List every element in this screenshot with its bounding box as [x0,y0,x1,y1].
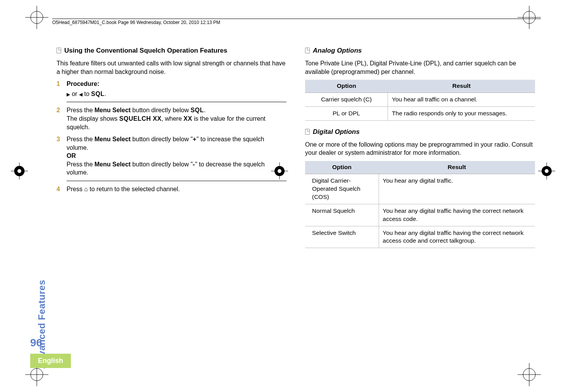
s2-text: Press the [67,107,94,113]
crop-mark-top-left [23,4,50,31]
digital-intro: One or more of the following options may… [305,140,535,157]
table-row: Selective Switch You hear any digital tr… [305,226,535,248]
option-cell: Normal Squelch [305,204,379,226]
s2-text2: button directly below [130,107,190,113]
procedure-label: Procedure: [67,80,99,87]
page-icon-2 [305,48,310,53]
analog-heading: Analog Options [313,46,362,55]
page-number: 96 [30,337,42,349]
registration-mark-right [538,163,555,180]
or-label: OR [67,152,76,159]
left-heading: Using the Conventional Squelch Operation… [64,46,227,55]
language-tab: English [30,354,71,368]
plus-token: + [193,136,197,142]
digital-options-table: Option Result Digital Carrier-Operated S… [305,161,535,248]
option-header: Option [305,161,379,174]
step-3-num: 3 [57,135,62,181]
option-header: Option [305,80,388,92]
or-word: or [70,91,79,97]
menu-select-bold: Menu Select [94,107,130,113]
s2-dot: . [204,107,206,113]
step-4-num: 4 [57,185,62,193]
option-cell: Selective Switch [305,226,379,248]
s3-l2a: Press the [67,161,94,168]
analog-intro: Tone Private Line (PL), Digital Private-… [305,59,535,76]
table-row: Normal Squelch You hear any digital traf… [305,204,535,226]
sql-token-2: SQL [190,107,204,113]
sql-token: SQL [91,91,104,97]
squelch-xx-token: SQUELCH XX [119,115,161,122]
running-header-text: O5Head_6875947M01_C.book Page 96 Wednesd… [52,20,220,25]
s3-l2b: button directly below " [130,161,192,168]
dot: . [105,91,106,97]
result-cell: You hear any digital traffic having the … [379,204,535,226]
s3-l1a: Press the [67,136,94,142]
left-column: Using the Conventional Squelch Operation… [57,46,286,369]
result-cell: The radio responds only to your messages… [388,106,535,120]
step-divider-2 [67,181,286,181]
left-intro: This feature filters out unwanted calls … [57,59,286,76]
s4-a: Press [67,186,84,192]
step-3: 3 Press the Menu Select button directly … [57,135,286,181]
result-cell: You hear all traffic on a channel. [388,93,535,107]
to-word: to [82,91,91,97]
result-cell: You hear any digital traffic. [379,174,535,204]
result-cell: You hear any digital traffic having the … [379,226,535,248]
right-triangle-icon: ▶ [67,92,70,97]
menu-select-bold-3: Menu Select [94,161,130,168]
menu-select-bold-2: Menu Select [94,136,130,142]
svg-point-20 [545,169,549,173]
left-triangle-icon: ◀ [79,92,82,97]
option-cell: Carrier squelch (C) [305,93,388,107]
step-1-num: 1 [57,80,62,102]
table-row: Digital Carrier-Operated Squelch (COS) Y… [305,174,535,204]
page-icon [57,48,61,53]
table-row: PL or DPL The radio responds only to you… [305,106,535,120]
step-divider [67,102,286,102]
step-4: 4 Press ⌂ to return to the selected chan… [57,185,286,193]
digital-heading: Digital Options [313,128,360,137]
step-2: 2 Press the Menu Select button directly … [57,106,286,131]
option-cell: Digital Carrier-Operated Squelch (COS) [305,174,379,204]
svg-point-16 [17,169,21,173]
page-icon-3 [305,129,310,135]
xx-token: XX [184,115,192,122]
table-row: Carrier squelch (C) You hear all traffic… [305,93,535,107]
s2-l2b: , where [161,115,184,122]
s2-l2a: The display shows [67,115,119,122]
option-cell: PL or DPL [305,106,388,120]
crop-mark-top-right [516,4,543,31]
step-2-num: 2 [57,106,62,131]
s3-l1b: button directly below " [130,136,192,142]
result-header: Result [379,161,535,174]
right-column: Analog Options Tone Private Line (PL), D… [305,46,535,369]
home-icon: ⌂ [84,186,88,192]
analog-options-table: Option Result Carrier squelch (C) You he… [305,80,535,121]
running-header: O5Head_6875947M01_C.book Page 96 Wednesd… [52,19,541,25]
table-header-row: Option Result [305,161,535,174]
s4-b: to return to the selected channel. [88,186,180,192]
registration-mark-left [11,163,28,180]
result-header: Result [388,80,535,92]
step-1: 1 Procedure: ▶ or ◀ to SQL. [57,80,286,102]
table-header-row: Option Result [305,80,535,92]
